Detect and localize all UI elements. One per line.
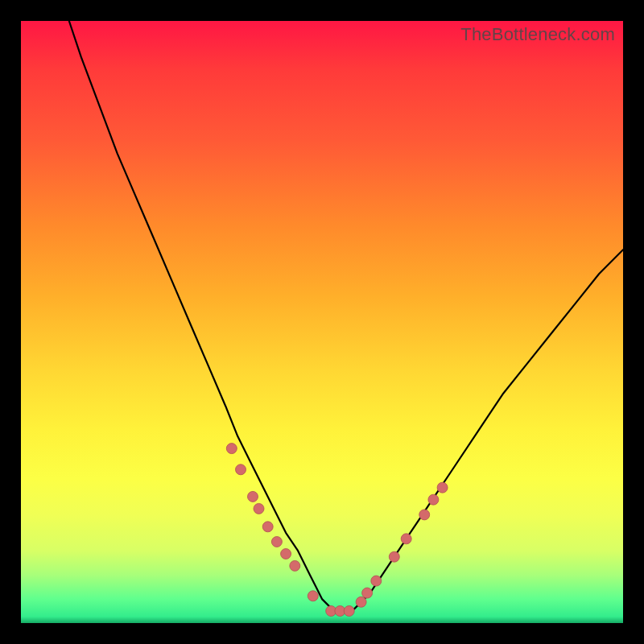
curve-marker [356,597,366,607]
curve-marker [262,522,273,532]
curve-marker [437,482,448,493]
curve-marker [389,551,399,562]
curve-marker [428,494,439,505]
chart-frame: TheBottleneck.com [21,21,623,623]
curve-marker [371,576,382,586]
curve-markers [226,444,448,617]
bottleneck-curve [21,21,623,623]
curve-marker [308,591,318,601]
curve-line [69,21,623,611]
curve-marker [362,588,373,598]
curve-marker [248,491,258,502]
curve-marker [281,549,291,559]
curve-marker [254,503,264,514]
curve-marker [271,537,282,547]
curve-marker [236,464,246,475]
curve-marker [290,560,300,571]
curve-marker [226,444,237,454]
curve-marker [344,606,354,617]
curve-marker [401,534,411,544]
curve-marker [419,510,430,520]
